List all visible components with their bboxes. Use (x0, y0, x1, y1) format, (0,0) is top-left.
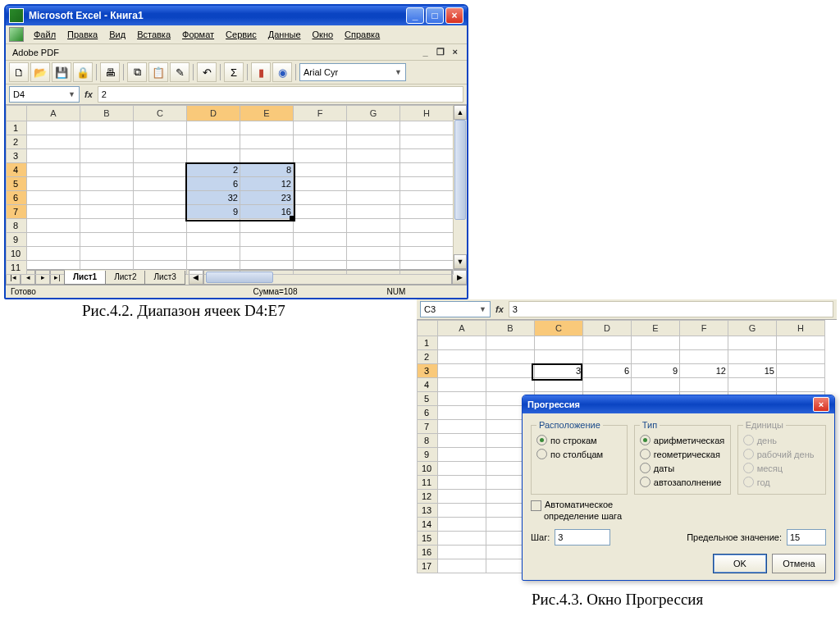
titlebar[interactable]: Microsoft Excel - Книга1 _ □ × (6, 6, 467, 25)
excel-icon (9, 8, 24, 23)
radio-icon (640, 463, 651, 473)
namebox-value: C3 (424, 304, 436, 314)
horizontal-scrollbar[interactable]: ◀ ▶ (189, 270, 467, 285)
doc-close[interactable]: × (450, 47, 460, 57)
menu-insert[interactable]: Вставка (135, 28, 172, 41)
group-layout: Расположение по строкам по столбцам (531, 420, 628, 495)
figure-caption-1: Рис.4.2. Диапазон ячеек D4:E7 (82, 302, 285, 320)
close-button[interactable]: × (445, 7, 463, 24)
permission-icon[interactable]: 🔒 (73, 62, 93, 82)
menu-help[interactable]: Справка (343, 28, 381, 41)
group-type-legend: Тип (640, 420, 660, 430)
dropdown-icon: ▼ (68, 90, 75, 98)
menu-edit[interactable]: Правка (66, 28, 99, 41)
fx-icon[interactable]: fx (495, 304, 504, 314)
adobe-toolbar: Adobe PDF _ ❐ × (6, 44, 467, 61)
new-icon[interactable]: 🗋 (9, 62, 29, 82)
format-painter-icon[interactable]: ✎ (170, 62, 189, 82)
formula-input[interactable]: 3 (509, 301, 833, 317)
input-step[interactable]: 3 (555, 529, 610, 546)
menu-window[interactable]: Окно (311, 28, 336, 41)
label-step: Шаг: (531, 532, 550, 542)
window-title: Microsoft Excel - Книга1 (29, 10, 144, 21)
autosum-icon[interactable]: Σ (224, 62, 244, 82)
scroll-thumb[interactable] (454, 120, 466, 220)
radio-day: день (743, 433, 820, 447)
save-icon[interactable]: 💾 (52, 62, 71, 82)
standard-toolbar: 🗋 📂 💾 🔒 🖶 ⧉ 📋 ✎ ↶ Σ ▮ ◉ Arial Cyr ▼ (6, 61, 467, 84)
radio-by-rows[interactable]: по строкам (536, 433, 622, 447)
group-layout-legend: Расположение (536, 420, 603, 430)
undo-icon[interactable]: ↶ (197, 62, 217, 82)
menu-tools[interactable]: Сервис (224, 28, 258, 41)
input-limit[interactable]: 15 (787, 529, 826, 546)
font-value: Arial Cyr (304, 67, 338, 77)
scroll-up-icon[interactable]: ▲ (454, 105, 467, 120)
group-type: Тип арифметическая геометрическая даты а… (634, 420, 731, 495)
fx-icon[interactable]: fx (84, 89, 93, 99)
radio-icon (536, 435, 547, 445)
maximize-button[interactable]: □ (426, 7, 444, 24)
radio-arithmetic[interactable]: арифметическая (640, 433, 725, 447)
app-menu-icon[interactable] (9, 27, 24, 42)
radio-icon (743, 463, 754, 473)
adobe-label[interactable]: Adobe PDF (12, 48, 59, 57)
menu-data[interactable]: Данные (267, 28, 303, 41)
radio-geometric[interactable]: геометрическая (640, 447, 725, 461)
spreadsheet-grid[interactable]: ABCDEFGH1234285612632237916891011 (6, 105, 454, 275)
copy-icon[interactable]: ⧉ (127, 62, 147, 82)
font-dropdown[interactable]: Arial Cyr ▼ (299, 63, 406, 81)
menu-view[interactable]: Вид (107, 28, 127, 41)
status-ready: Готово (11, 287, 187, 296)
dialog-titlebar[interactable]: Прогрессия × (523, 395, 834, 413)
ok-button[interactable]: OK (713, 554, 767, 573)
status-sum: Сумма=108 (187, 287, 363, 296)
open-icon[interactable]: 📂 (30, 62, 50, 82)
name-box[interactable]: C3 ▼ (420, 301, 491, 317)
formula-bar-2: C3 ▼ fx 3 (417, 299, 837, 320)
print-icon[interactable]: 🖶 (100, 62, 120, 82)
scroll-down-icon[interactable]: ▼ (454, 254, 467, 269)
help-icon[interactable]: ◉ (272, 62, 292, 82)
namebox-value: D4 (13, 89, 25, 99)
radio-month: месяц (743, 461, 820, 475)
status-bar: Готово Сумма=108 NUM (6, 285, 467, 298)
dropdown-icon: ▼ (479, 305, 486, 313)
name-box[interactable]: D4 ▼ (9, 86, 80, 103)
radio-icon (743, 449, 754, 459)
radio-icon (640, 477, 651, 487)
formula-input[interactable]: 2 (98, 86, 463, 103)
chart-icon[interactable]: ▮ (251, 62, 271, 82)
sheet-tab-2[interactable]: Лист2 (105, 271, 145, 285)
dropdown-icon: ▼ (395, 68, 402, 76)
radio-icon (743, 477, 754, 487)
progression-dialog: Прогрессия × Расположение по строкам по … (522, 395, 835, 581)
sheet-tab-3[interactable]: Лист3 (144, 271, 185, 285)
menu-format[interactable]: Формат (180, 28, 216, 41)
radio-by-cols[interactable]: по столбцам (536, 447, 622, 461)
doc-minimize[interactable]: _ (420, 47, 430, 57)
vertical-scrollbar[interactable]: ▲ ▼ (453, 105, 467, 269)
sheet-tab-1[interactable]: Лист1 (64, 271, 106, 285)
checkbox-auto-step[interactable]: Автоматическое определение шага (531, 500, 826, 521)
excel-window: Microsoft Excel - Книга1 _ □ × Файл Прав… (4, 4, 468, 299)
dialog-close-button[interactable]: × (813, 397, 829, 412)
sheet-tabs-row: |◂ ◂ ▸ ▸| Лист1 Лист2 Лист3 ◀ ▶ (6, 269, 467, 285)
radio-icon (536, 449, 547, 459)
radio-workday: рабочий день (743, 447, 820, 461)
scroll-thumb[interactable] (206, 272, 273, 283)
status-num: NUM (363, 287, 429, 296)
radio-icon (640, 449, 651, 459)
menu-file[interactable]: Файл (32, 28, 57, 41)
group-units-legend: Единицы (743, 420, 786, 430)
doc-restore[interactable]: ❐ (434, 47, 447, 57)
scroll-right-icon[interactable]: ▶ (452, 270, 467, 285)
figure-caption-2: Рис.4.3. Окно Прогрессия (532, 591, 703, 609)
label-limit: Предельное значение: (687, 532, 782, 542)
cancel-button[interactable]: Отмена (772, 554, 826, 573)
radio-icon (743, 435, 754, 445)
paste-icon[interactable]: 📋 (148, 62, 168, 82)
minimize-button[interactable]: _ (406, 7, 424, 24)
radio-autofill[interactable]: автозаполнение (640, 475, 725, 489)
radio-dates[interactable]: даты (640, 461, 725, 475)
